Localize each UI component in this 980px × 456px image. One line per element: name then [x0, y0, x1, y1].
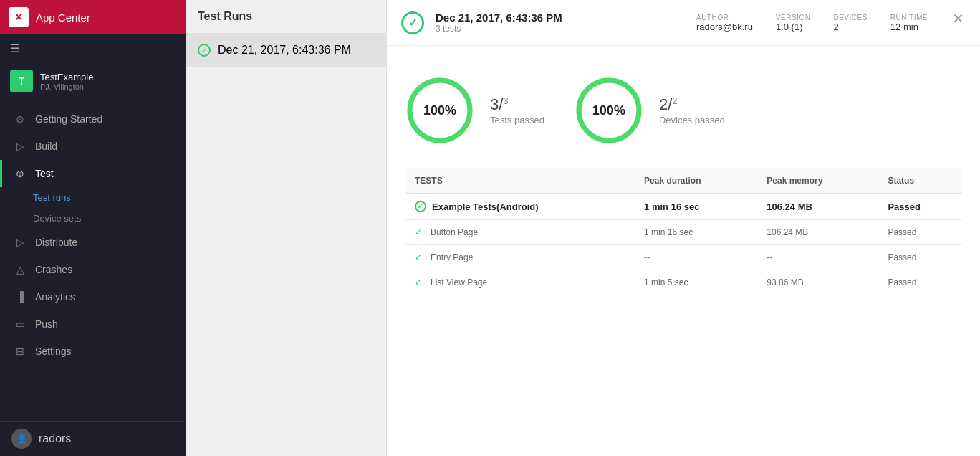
app-name: App Center — [36, 11, 90, 24]
gauge-icon: ⊙ — [14, 113, 27, 125]
row-check-icon: ✓ — [415, 227, 425, 237]
nav-label-crashes: Crashes — [35, 264, 72, 275]
row-peak-memory: 106.24 MB — [756, 194, 878, 220]
nav-label-settings: Settings — [35, 346, 72, 357]
row-check-icon: ✓ — [415, 277, 425, 288]
row-status: Passed — [878, 194, 962, 220]
author-label: AUTHOR — [696, 14, 753, 22]
table-header-row: TESTS Peak duration Peak memory Status — [405, 168, 963, 194]
sidebar-bottom-user: 👤 radors — [0, 421, 186, 456]
table-body: Example Tests(Android) 1 min 16 sec 106.… — [405, 194, 963, 295]
devices-label: DEVICES — [833, 14, 867, 22]
nav-label-getting-started: Getting Started — [35, 113, 102, 125]
devices-circle: 100% — [573, 75, 645, 146]
tests-table: TESTS Peak duration Peak memory Status E… — [404, 168, 963, 295]
sidebar-item-test[interactable]: ⊚ Test — [0, 160, 186, 187]
detail-status-icon — [401, 11, 424, 34]
alert-triangle-icon: △ — [14, 263, 27, 276]
row-peak-memory: -- — [756, 245, 878, 270]
devices-value: 2 — [833, 22, 867, 32]
col-peak-memory: Peak memory — [756, 168, 878, 194]
tests-summary: 100% 3/3 Tests passed — [404, 75, 544, 146]
row-peak-duration: 1 min 16 sec — [634, 220, 756, 245]
detail-meta: AUTHOR radors@bk.ru VERSION 1.0 (1) DEVI… — [696, 14, 928, 32]
user-name: TestExample — [40, 72, 93, 82]
row-status: Passed — [878, 245, 962, 270]
tests-fraction: 3/3 — [490, 95, 544, 114]
row-peak-memory: 106.24 MB — [756, 220, 878, 245]
row-status: Passed — [878, 220, 962, 245]
version-label: VERSION — [776, 14, 811, 22]
row-peak-memory: 93.86 MB — [756, 270, 878, 295]
distribute-icon: ▷ — [14, 236, 27, 249]
row-status: Passed — [878, 270, 962, 295]
sidebar-nav: ⊙ Getting Started ▷ Build ⊚ Test Test ru… — [0, 100, 186, 421]
row-check-icon: ✓ — [415, 252, 425, 262]
nav-label-test: Test — [35, 168, 54, 179]
play-icon: ▷ — [14, 140, 27, 153]
row-peak-duration: 1 min 5 sec — [634, 270, 756, 295]
tests-text: 3/3 Tests passed — [490, 95, 544, 125]
test-run-status-icon — [198, 44, 211, 57]
avatar: T — [10, 70, 33, 92]
run-time-label: RUN TIME — [890, 14, 928, 22]
tests-circle: 100% — [404, 75, 476, 146]
user-sub: PJ. Vilington — [40, 82, 93, 91]
sliders-icon: ⊟ — [14, 345, 27, 358]
detail-body: 100% 3/3 Tests passed — [387, 46, 980, 456]
nav-label-build: Build — [35, 141, 57, 152]
sidebar-item-push[interactable]: ▭ Push — [0, 310, 186, 338]
sidebar-sub-device-sets[interactable]: Device sets — [0, 208, 186, 229]
row-name: ✓ List View Page — [405, 270, 635, 295]
nav-label-analytics: Analytics — [35, 291, 75, 303]
detail-panel: Dec 21, 2017, 6:43:36 PM 3 tests AUTHOR … — [387, 0, 980, 456]
app-logo: ✕ — [9, 7, 29, 27]
table-row: ✓ Entry Page -- -- Passed — [405, 245, 963, 270]
detail-date: Dec 21, 2017, 6:43:36 PM — [436, 11, 562, 24]
author-value: radors@bk.ru — [696, 22, 753, 32]
nav-label-distribute: Distribute — [35, 237, 77, 248]
col-status: Status — [878, 168, 962, 194]
detail-header: Dec 21, 2017, 6:43:36 PM 3 tests AUTHOR … — [387, 0, 980, 46]
check-circle-icon: ⊚ — [14, 167, 27, 180]
table-row: ✓ List View Page 1 min 5 sec 93.86 MB Pa… — [405, 270, 963, 295]
sidebar-item-analytics[interactable]: ▐ Analytics — [0, 283, 186, 310]
sidebar-item-distribute[interactable]: ▷ Distribute — [0, 229, 186, 256]
devices-summary: 100% 2/2 Devices passed — [573, 75, 725, 146]
user-info: TestExample PJ. Vilington — [40, 72, 93, 91]
user-section: T TestExample PJ. Vilington — [0, 62, 186, 100]
content-area: Test Runs Dec 21, 2017, 6:43:36 PM Dec 2… — [186, 0, 980, 456]
version-value: 1.0 (1) — [776, 22, 811, 32]
table-row: ✓ Button Page 1 min 16 sec 106.24 MB Pas… — [405, 220, 963, 245]
devices-label: Devices passed — [659, 115, 725, 125]
meta-devices: DEVICES 2 — [833, 14, 867, 32]
row-peak-duration: 1 min 16 sec — [634, 194, 756, 220]
sidebar-sub-test-runs[interactable]: Test runs — [0, 187, 186, 208]
bottom-username: radors — [39, 432, 71, 445]
devices-text: 2/2 Devices passed — [659, 95, 725, 125]
meta-version: VERSION 1.0 (1) — [776, 14, 811, 32]
col-tests: TESTS — [405, 168, 635, 194]
sidebar-item-settings[interactable]: ⊟ Settings — [0, 338, 186, 365]
summary-row: 100% 3/3 Tests passed — [404, 60, 963, 168]
sidebar-item-getting-started[interactable]: ⊙ Getting Started — [0, 105, 186, 133]
tests-pct: 100% — [423, 103, 456, 118]
row-name: ✓ Button Page — [405, 220, 635, 245]
test-run-date: Dec 21, 2017, 6:43:36 PM — [218, 44, 351, 57]
sidebar-item-crashes[interactable]: △ Crashes — [0, 256, 186, 283]
sidebar-header: ✕ App Center — [0, 0, 186, 34]
run-time-value: 12 min — [890, 22, 928, 32]
main-content: Test Runs Dec 21, 2017, 6:43:36 PM Dec 2… — [186, 0, 980, 456]
col-peak-duration: Peak duration — [634, 168, 756, 194]
test-run-item[interactable]: Dec 21, 2017, 6:43:36 PM — [186, 34, 386, 67]
meta-author: AUTHOR radors@bk.ru — [696, 14, 753, 32]
sidebar-item-build[interactable]: ▷ Build — [0, 133, 186, 160]
left-panel: Test Runs Dec 21, 2017, 6:43:36 PM — [186, 0, 387, 456]
tests-label: Tests passed — [490, 115, 544, 125]
detail-title-block: Dec 21, 2017, 6:43:36 PM 3 tests — [436, 11, 562, 34]
close-button[interactable]: ✕ — [951, 9, 966, 29]
hamburger-button[interactable]: ☰ — [0, 34, 186, 62]
row-peak-duration: -- — [634, 245, 756, 270]
detail-tests-count: 3 tests — [436, 24, 562, 34]
row-name: ✓ Entry Page — [405, 245, 635, 270]
